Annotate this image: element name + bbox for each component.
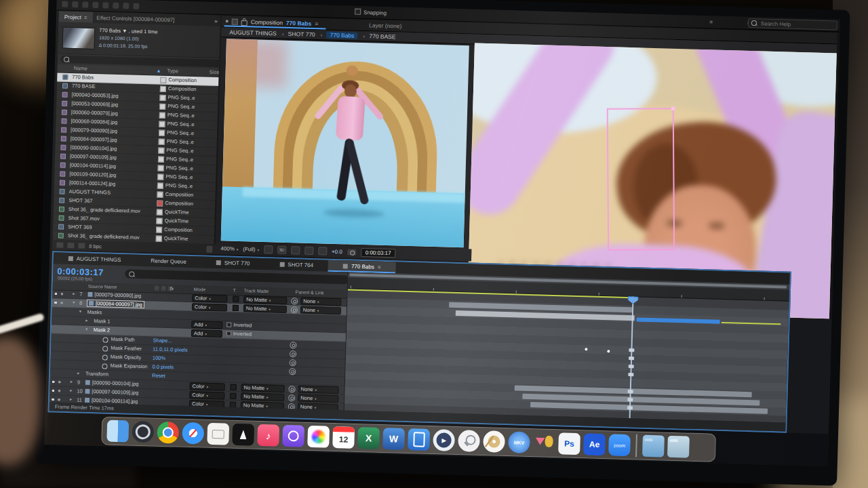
folder-icon[interactable] xyxy=(667,436,690,458)
pickwhip-icon[interactable] xyxy=(291,306,298,313)
label-color-chip[interactable] xyxy=(157,183,163,189)
layer-name[interactable]: [000090-000104].jpg xyxy=(85,380,139,387)
panel-menu-icon[interactable]: ≡ xyxy=(315,20,318,27)
composition-name[interactable]: 770 Babs xyxy=(286,20,312,27)
composition-view-image[interactable] xyxy=(221,39,469,247)
selected-layer-segment[interactable] xyxy=(637,317,720,323)
label-color-chip[interactable] xyxy=(158,165,164,171)
disc-brush-app-icon[interactable] xyxy=(483,430,505,453)
playhead-marker[interactable] xyxy=(627,296,638,304)
label-color-chip[interactable] xyxy=(159,95,165,101)
inverted-checkbox[interactable]: Inverted xyxy=(226,322,252,329)
av-toggles[interactable] xyxy=(54,300,71,305)
resolution-dropdown[interactable]: (Full) xyxy=(243,246,259,253)
breadcrumb-item[interactable]: AUGUST THINGS xyxy=(228,28,278,37)
label-color-chip[interactable] xyxy=(157,209,163,216)
track-matte-dropdown[interactable]: No Matte xyxy=(243,296,287,304)
property-value[interactable]: 100% xyxy=(153,354,165,361)
item-name[interactable]: Shot 36_ grade deflickered.mov xyxy=(68,232,152,241)
label-color-chip[interactable] xyxy=(157,201,163,207)
item-name[interactable]: [000084-000097].jpg xyxy=(71,136,155,144)
pickwhip-icon[interactable] xyxy=(289,368,296,375)
folder-icon[interactable] xyxy=(642,435,665,458)
item-name[interactable]: [000114-000124].jpg xyxy=(69,180,153,188)
mode-dropdown[interactable]: Color xyxy=(189,391,224,399)
excel-icon[interactable]: X xyxy=(357,427,380,449)
av-toggles[interactable] xyxy=(52,371,69,375)
parent-link-dropdown[interactable]: None xyxy=(300,306,341,315)
label-color-chip[interactable] xyxy=(159,130,165,136)
item-name[interactable]: [000097-000109].jpg xyxy=(70,153,154,161)
workspace-tab[interactable] xyxy=(709,18,713,25)
word-icon[interactable]: W xyxy=(382,428,405,450)
blue-device-app-icon[interactable] xyxy=(408,428,430,451)
item-name[interactable]: [000060-000079].jpg xyxy=(71,109,155,117)
expander-icon[interactable] xyxy=(70,388,72,393)
3d-view-icon[interactable]: 3D xyxy=(277,246,286,254)
timeline-search-input[interactable] xyxy=(125,269,349,284)
timeline-track-area[interactable] xyxy=(344,272,789,422)
track-rows[interactable] xyxy=(344,298,789,415)
av-toggles[interactable] xyxy=(53,336,71,340)
property-value[interactable]: 0.0 pixels xyxy=(152,363,174,370)
layer-name[interactable]: Mask 1 xyxy=(94,318,110,325)
item-name[interactable]: SHOT 369 xyxy=(68,224,152,232)
dock-divider[interactable] xyxy=(635,434,637,457)
item-name[interactable]: 770 BASE xyxy=(72,83,156,91)
new-folder-icon[interactable] xyxy=(67,243,74,248)
item-name[interactable]: Shot 36_ grade deflickered.mov xyxy=(68,206,153,214)
av-toggles[interactable] xyxy=(52,380,69,384)
mode-dropdown[interactable]: Color xyxy=(192,303,227,311)
expander-icon[interactable] xyxy=(73,291,75,296)
label-color-chip[interactable] xyxy=(159,104,165,110)
parent-link-dropdown[interactable]: None xyxy=(298,385,338,394)
property-value[interactable]: 11.0,11.0 pixels xyxy=(153,346,188,352)
layer-name[interactable]: [000079-000090].jpg xyxy=(87,291,141,299)
breadcrumb-item[interactable]: SHOT 770 xyxy=(278,30,317,38)
property-value[interactable]: Reset xyxy=(152,372,165,379)
label-color-chip[interactable] xyxy=(158,157,164,163)
expander-icon[interactable] xyxy=(77,370,79,375)
breadcrumb-item[interactable]: 770 BASE xyxy=(359,33,397,41)
expander-icon[interactable] xyxy=(85,327,87,332)
viewer-timecode[interactable]: 0:00:03:17 xyxy=(361,247,396,257)
av-toggles[interactable] xyxy=(52,362,69,367)
preserve-transparency-toggle[interactable] xyxy=(233,296,239,302)
track-matte-dropdown[interactable]: No Matte xyxy=(241,384,284,392)
mode-dropdown[interactable]: Color xyxy=(192,294,227,302)
label-color-chip[interactable] xyxy=(157,192,163,198)
layer-name[interactable]: Mask 2 xyxy=(94,327,110,333)
item-name[interactable]: SHOT 367 xyxy=(68,197,153,205)
snapping-toggle[interactable]: Snapping xyxy=(355,9,387,16)
keyframe-dot[interactable] xyxy=(607,350,610,352)
property-value[interactable]: Shape... xyxy=(153,337,172,344)
panel-overflow-icon[interactable]: » xyxy=(214,18,220,24)
label-color-chip[interactable] xyxy=(156,218,162,224)
expander-icon[interactable] xyxy=(71,379,73,384)
after-effects-icon[interactable]: Ae xyxy=(583,433,606,455)
layer-name[interactable]: [000097-000109].jpg xyxy=(85,388,138,396)
pickwhip-icon[interactable] xyxy=(288,386,295,392)
track-matte-dropdown[interactable]: No Matte xyxy=(241,392,284,401)
layer-name[interactable]: Mask Path xyxy=(111,336,135,343)
keyframe-dot[interactable] xyxy=(585,348,587,350)
finder-icon[interactable] xyxy=(106,420,129,443)
item-name[interactable]: [000040-000053].jpg xyxy=(71,92,155,100)
expander-icon[interactable] xyxy=(73,300,75,305)
chrome-icon[interactable] xyxy=(157,422,179,444)
tab-layer[interactable]: Layer (none) xyxy=(369,22,401,29)
layer-name[interactable]: Mask Expansion xyxy=(110,363,147,370)
magnification-dropdown[interactable]: 400% xyxy=(220,245,238,252)
podcasts-icon[interactable] xyxy=(282,425,304,447)
inverted-checkbox[interactable]: Inverted xyxy=(226,331,252,338)
mkv-app-icon[interactable]: MKV xyxy=(508,431,530,453)
label-color-chip[interactable] xyxy=(159,121,165,127)
label-color-chip[interactable] xyxy=(159,113,165,119)
tab-project[interactable]: Project xyxy=(59,11,93,22)
item-name[interactable]: [000104-000114].jpg xyxy=(70,162,154,170)
photoshop-icon[interactable]: Ps xyxy=(558,432,580,455)
av-toggles[interactable] xyxy=(54,309,71,314)
track-matte-dropdown[interactable]: No Matte xyxy=(243,304,287,313)
project-bit-depth[interactable]: 8 bpc xyxy=(89,243,102,249)
mode-dropdown[interactable]: Color xyxy=(190,382,225,390)
